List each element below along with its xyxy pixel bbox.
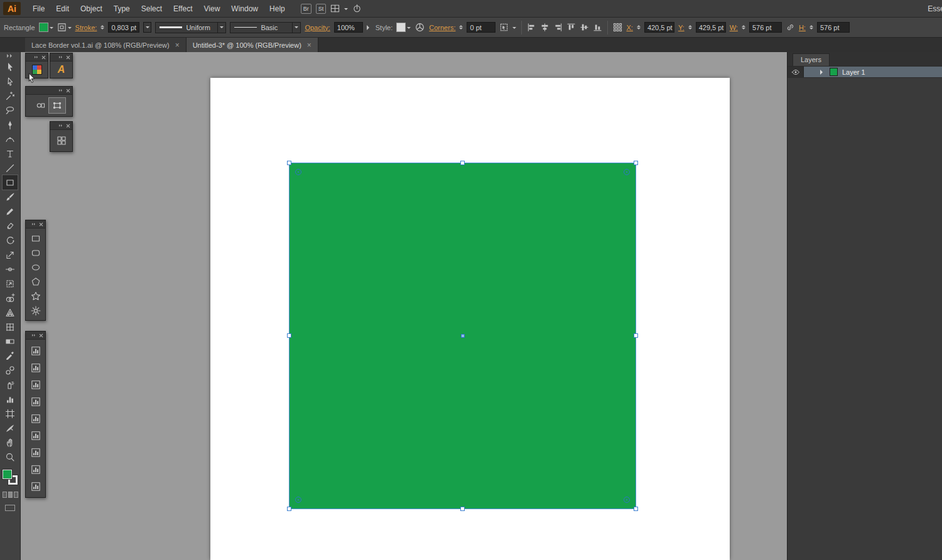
artboard-tool[interactable]: [3, 406, 18, 421]
chevron-down-icon[interactable]: [407, 27, 411, 31]
corner-widget-se[interactable]: [624, 497, 630, 503]
pen-tool[interactable]: [3, 117, 18, 132]
artboards-panel-icon[interactable]: [53, 133, 70, 148]
draw-mode-buttons[interactable]: [3, 492, 18, 498]
handle-sw[interactable]: [287, 507, 291, 511]
menu-help[interactable]: Help: [264, 0, 291, 18]
expand-panel-icon[interactable]: [59, 124, 63, 127]
close-icon[interactable]: [66, 89, 70, 93]
menu-type[interactable]: Type: [108, 0, 136, 18]
app-logo[interactable]: Ai: [3, 2, 21, 15]
rectangle-shape-tool[interactable]: [28, 231, 44, 245]
eraser-tool[interactable]: [3, 218, 18, 233]
chevron-down-icon[interactable]: [512, 27, 516, 31]
corner-widget-sw[interactable]: [295, 497, 301, 503]
reference-point-icon[interactable]: [613, 23, 622, 32]
gradient-tool[interactable]: [3, 334, 18, 348]
select-similar-icon[interactable]: [499, 23, 509, 32]
stroke-swatch-icon[interactable]: [57, 23, 67, 32]
stroke-color-control[interactable]: [57, 23, 72, 32]
chevron-down-icon[interactable]: [344, 8, 348, 12]
close-icon[interactable]: [41, 55, 46, 60]
panel-group-collapsed[interactable]: [25, 86, 73, 117]
character-panel-collapsed[interactable]: A: [50, 53, 73, 78]
handle-n[interactable]: [460, 161, 465, 165]
expand-panel-icon[interactable]: [32, 334, 36, 337]
menu-select[interactable]: Select: [136, 0, 168, 18]
column-graph-tool[interactable]: [28, 342, 44, 359]
perspective-grid-tool[interactable]: [3, 305, 18, 320]
expand-panel-icon[interactable]: [59, 89, 63, 92]
panel-header[interactable]: [50, 53, 72, 62]
link-dimensions-icon[interactable]: [786, 23, 795, 32]
layer-name[interactable]: Layer 1: [842, 68, 865, 76]
rectangle-tool[interactable]: [3, 175, 18, 190]
x-field[interactable]: 420,5 pt: [644, 22, 674, 33]
share-icon[interactable]: [352, 4, 362, 13]
h-link[interactable]: H:: [799, 24, 806, 31]
style-swatch[interactable]: [396, 23, 406, 32]
panel-header[interactable]: [26, 220, 45, 229]
eyedropper-tool[interactable]: [3, 348, 18, 363]
bridge-icon[interactable]: Br: [301, 4, 311, 14]
tab-untitled-3[interactable]: Untitled-3* @ 100% (RGB/Preview) ×: [187, 38, 318, 52]
handle-w[interactable]: [287, 333, 291, 338]
width-tool[interactable]: [3, 262, 18, 276]
tab-close-icon[interactable]: ×: [307, 41, 311, 49]
close-icon[interactable]: [39, 222, 43, 227]
panel-header[interactable]: [26, 331, 45, 340]
fill-color-swatch[interactable]: [39, 23, 48, 32]
panel-header[interactable]: [50, 122, 72, 130]
free-transform-tool[interactable]: [3, 276, 18, 291]
line-graph-tool[interactable]: [28, 410, 44, 427]
expand-triangle-icon[interactable]: [820, 70, 825, 75]
shape-tools-tearoff[interactable]: [25, 220, 46, 321]
stacked-bar-graph-tool[interactable]: [28, 393, 44, 410]
star-tool[interactable]: [28, 289, 44, 303]
close-icon[interactable]: [66, 55, 70, 60]
tab-layers[interactable]: Layers: [793, 53, 830, 66]
direct-selection-tool[interactable]: [3, 74, 18, 89]
blend-tool[interactable]: [3, 363, 18, 377]
artboards-panel-collapsed[interactable]: [50, 121, 73, 152]
chevron-down-icon[interactable]: [292, 23, 300, 33]
tab-lace-border[interactable]: Lace Border vol.1.ai @ 108% (RGB/Preview…: [25, 38, 187, 52]
corner-widget-nw[interactable]: [295, 169, 301, 175]
paintbrush-tool[interactable]: [3, 190, 18, 204]
menu-file[interactable]: File: [27, 0, 50, 18]
layer-row[interactable]: Layer 1: [788, 67, 942, 78]
ellipse-tool[interactable]: [28, 260, 44, 274]
canvas-area[interactable]: A: [21, 52, 787, 560]
selection-tool[interactable]: [3, 60, 18, 74]
arrange-documents-icon[interactable]: [330, 4, 340, 13]
brush-definition-dropdown[interactable]: Basic: [230, 22, 301, 33]
stacked-column-graph-tool[interactable]: [28, 359, 44, 376]
visibility-eye-icon[interactable]: [788, 67, 804, 77]
fill-color-control[interactable]: [39, 23, 53, 32]
close-icon[interactable]: [66, 124, 70, 128]
line-segment-tool[interactable]: [3, 161, 18, 175]
graph-tools-tearoff[interactable]: [25, 331, 46, 498]
stroke-width-field[interactable]: 0,803 pt: [108, 22, 139, 33]
align-horizontal-left-icon[interactable]: [527, 23, 536, 32]
x-link[interactable]: X:: [626, 24, 632, 31]
corner-widget-ne[interactable]: [624, 169, 630, 175]
y-link[interactable]: Y:: [678, 24, 685, 31]
stroke-width-stepper[interactable]: [100, 23, 104, 31]
w-stepper[interactable]: [742, 23, 745, 31]
symbol-sprayer-tool[interactable]: [3, 377, 18, 392]
corners-stepper[interactable]: [459, 23, 463, 31]
opacity-panel-link[interactable]: Opacity:: [305, 24, 330, 31]
stock-icon[interactable]: St: [316, 4, 327, 14]
polygon-tool[interactable]: [28, 274, 44, 289]
chevron-down-icon[interactable]: [68, 27, 72, 31]
selected-rectangle[interactable]: [290, 163, 636, 509]
opacity-flyout-icon[interactable]: [367, 25, 372, 30]
width-profile-dropdown[interactable]: Uniform: [155, 22, 226, 33]
expand-panel-icon[interactable]: [59, 56, 63, 58]
recolor-artwork-icon[interactable]: [414, 22, 425, 33]
handle-nw[interactable]: [287, 161, 291, 165]
character-panel-icon[interactable]: A: [58, 65, 65, 75]
style-swatch-control[interactable]: [396, 23, 411, 32]
transform-panel-icon[interactable]: [49, 98, 65, 113]
